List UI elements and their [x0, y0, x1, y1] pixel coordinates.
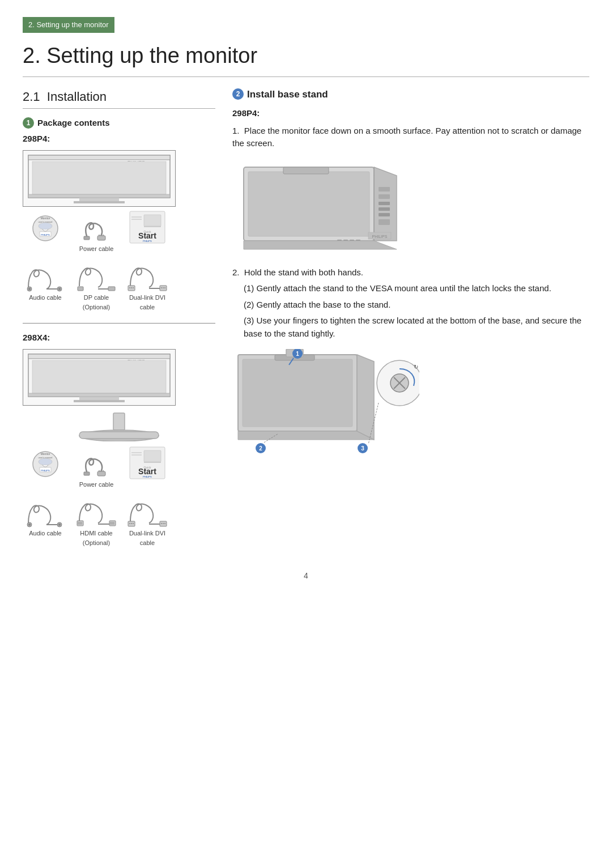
svg-point-41: [163, 287, 164, 288]
power-cable-label-298x4: Power cable: [79, 480, 114, 490]
svg-point-91: [129, 523, 130, 524]
svg-point-77: [58, 524, 61, 526]
model-298p4-section: 298P4: PHILIPS: [23, 133, 215, 312]
svg-rect-62: [97, 471, 105, 476]
svg-text:PHILIPS: PHILIPS: [143, 240, 152, 242]
svg-rect-65: [84, 472, 90, 475]
svg-rect-15: [97, 236, 105, 240]
dvi-cable-icon-298x4: Dual-link DVI cable: [125, 495, 170, 547]
cd-icon-298p4: Monitor user's manual PHILIPS: [23, 210, 68, 254]
svg-text:2: 2: [259, 445, 262, 452]
svg-point-40: [161, 287, 162, 288]
svg-rect-21: [144, 226, 161, 227]
svg-rect-107: [379, 219, 390, 225]
svg-text:user's manual: user's manual: [39, 220, 53, 223]
svg-rect-6: [28, 194, 170, 198]
breadcrumb: 2. Setting up the monitor: [23, 17, 589, 37]
svg-text:PHILIPS: PHILIPS: [41, 469, 50, 472]
svg-rect-1: [28, 155, 170, 160]
svg-point-75: [28, 524, 31, 526]
svg-point-36: [129, 287, 130, 288]
svg-rect-20: [144, 215, 161, 226]
svg-point-95: [161, 523, 162, 524]
svg-text:Start: Start: [138, 467, 156, 476]
dvi-cable-icon-298p4: Dual-link DVI cable: [125, 259, 170, 312]
page-number: 4: [23, 570, 589, 582]
svg-text:PHILIPS: PHILIPS: [143, 475, 152, 478]
svg-rect-106: [379, 213, 390, 216]
svg-text:Monitor: Monitor: [41, 216, 50, 220]
svg-rect-49: [32, 360, 166, 393]
dp-cable-label-298p4: DP cable (Optional): [74, 293, 119, 312]
icon-grid-298x4-cables: Audio cable: [23, 495, 215, 547]
svg-rect-3: [74, 201, 125, 203]
model-298x4-label: 298X4:: [23, 331, 215, 344]
svg-text:PHILIPS: PHILIPS: [372, 235, 388, 239]
icon-grid-298p4-cables: Audio cable: [23, 259, 215, 312]
svg-marker-116: [244, 241, 397, 249]
svg-point-42: [164, 287, 165, 288]
svg-rect-18: [84, 236, 90, 240]
audio-cable-label-298x4: Audio cable: [29, 529, 62, 538]
svg-point-57: [39, 458, 52, 465]
svg-rect-118: [243, 359, 352, 427]
install-base-stand-label: 2 Install base stand: [232, 87, 589, 102]
svg-text:Start: Start: [138, 231, 156, 240]
monitor-box-298x4: PHILIPS: [23, 349, 176, 406]
step2-sub1: (1) Gently attach the stand to the VESA …: [232, 282, 589, 295]
svg-point-37: [131, 287, 132, 288]
monitor-facedown-illustration: PHILIPS: [232, 156, 589, 255]
svg-rect-100: [248, 172, 369, 236]
monitor-box-298p4: PHILIPS: [23, 150, 176, 207]
svg-point-92: [131, 523, 132, 524]
svg-text:Monitor: Monitor: [41, 452, 50, 456]
hdmi-cable-icon-298x4: HDMI cable (Optional): [74, 495, 119, 547]
svg-text:1: 1: [296, 351, 299, 357]
svg-marker-121: [238, 431, 374, 440]
svg-rect-47: [74, 400, 125, 402]
model-label-298p4-right: 298P4:: [232, 107, 589, 120]
quickstart-icon-298x4: Quick Start PHILIPS: [125, 446, 170, 490]
page-title: 2. Setting up the monitor: [23, 40, 589, 77]
audio-cable-icon-298x4: Audio cable: [23, 495, 68, 547]
step2-text: 2. Hold the stand with both hands.: [232, 266, 589, 279]
svg-rect-103: [379, 194, 390, 199]
stand-attach-illustration: 1 2 3 ↻: [232, 349, 589, 468]
step2-badge: 2: [232, 88, 244, 100]
svg-text:PHILIPS: PHILIPS: [41, 233, 50, 236]
model-298x4-section: 298X4: PHILIPS: [23, 331, 215, 547]
svg-text:↻: ↻: [414, 364, 418, 370]
svg-point-93: [133, 523, 134, 524]
step1-badge: 1: [23, 117, 34, 129]
svg-point-38: [133, 287, 134, 288]
package-contents-label: 1 Package contents: [23, 117, 215, 130]
svg-point-97: [164, 523, 165, 524]
icon-grid-298x4-row1: Monitor user's manual PHILIPS: [23, 446, 215, 490]
svg-text:3: 3: [361, 445, 364, 452]
power-cable-icon-298p4: Power cable: [74, 210, 119, 254]
power-cable-label-298p4: Power cable: [79, 244, 114, 254]
stand-base-298x4: [23, 410, 215, 441]
dvi-cable-label-298x4: Dual-link DVI cable: [125, 529, 170, 547]
section-title: 2.1 Installation: [23, 87, 215, 109]
hdmi-cable-label-298x4: HDMI cable (Optional): [74, 529, 119, 547]
svg-point-10: [39, 223, 52, 229]
svg-rect-105: [379, 207, 390, 211]
svg-rect-68: [144, 462, 161, 463]
model-298p4-label: 298P4:: [23, 133, 215, 146]
audio-cable-label-298p4: Audio cable: [29, 293, 62, 303]
quickstart-icon-298p4: Quick Start PHILIPS: [125, 210, 170, 254]
svg-point-30: [58, 288, 61, 290]
svg-rect-33: [108, 287, 115, 291]
power-cable-icon-298x4: Power cable: [74, 446, 119, 490]
svg-rect-50: [28, 393, 170, 397]
icon-grid-298p4-row1: Monitor user's manual PHILIPS: [23, 210, 215, 254]
left-column: 2.1 Installation 1 Package contents 298P…: [23, 87, 215, 559]
svg-text:user's manual: user's manual: [39, 456, 53, 459]
svg-rect-53: [79, 432, 159, 439]
svg-rect-102: [379, 187, 390, 192]
step2-sub3: (3) Use your fingers to tighten the scre…: [232, 314, 589, 340]
svg-rect-46: [79, 397, 119, 400]
svg-point-28: [28, 288, 31, 290]
svg-rect-104: [379, 202, 390, 205]
